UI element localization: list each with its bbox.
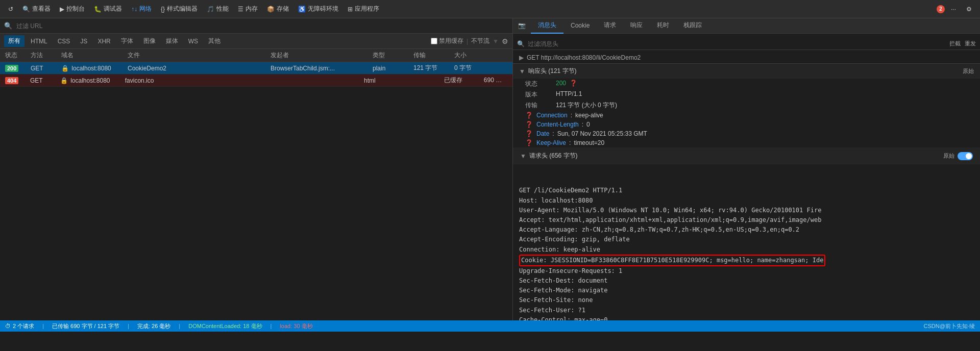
response-section-header[interactable]: ▼ 响应头 (121 字节) 原始 [513, 63, 980, 79]
filter-tab-image[interactable]: 图像 [139, 35, 160, 47]
left-panel: 🔍 所有 HTML CSS JS XHR 字体 图像 媒体 WS 其他 禁用缓存 [0, 18, 513, 320]
row1-transfer: 121 字节 [410, 64, 451, 72]
tab-stack-trace[interactable]: 栈跟踪 [676, 18, 709, 34]
filter-tab-media[interactable]: 媒体 [162, 35, 182, 47]
filter-tab-css[interactable]: CSS [54, 36, 75, 46]
detail-filter-input[interactable] [528, 40, 949, 47]
detail-tabs: 📷 消息头 Cookie 请求 响应 耗时 栈跟踪 [513, 18, 980, 34]
status-field: 状态 200 ❓ [513, 79, 980, 89]
console-icon: ▶ [60, 6, 64, 13]
col-header-file: 文件 [125, 51, 267, 60]
response-header-date: ❓ Date : Sun, 07 Nov 2021 05:25:33 GMT [513, 129, 980, 138]
column-headers: 状态 方法 域名 文件 发起者 类型 传输 大小 [0, 49, 512, 62]
filter-icon: 🔍 [4, 22, 12, 30]
row2-file: favicon.ico [122, 77, 261, 84]
request-url: GET http://localhost:8080/li/CookieDemo2 [527, 54, 641, 61]
network-list: 200 GET 🔒 localhost:8080 CookieDemo2 Bro… [0, 62, 512, 320]
response-header-content-length: ❓ Content-Length : 0 [513, 120, 980, 129]
request-summary[interactable]: ▶ GET http://localhost:8080/li/CookieDem… [513, 52, 980, 63]
row1-type: plain [370, 65, 410, 72]
status-requests: ⏱ 2 个请求 [5, 322, 34, 330]
response-raw-btn[interactable]: 原始 [963, 67, 974, 75]
filter-tab-ws[interactable]: WS [184, 36, 202, 46]
network-filter-bar: 🔍 [0, 18, 512, 34]
request-body: GET /li/CookieDemo2 HTTP/1.1Host: localh… [513, 164, 980, 320]
refresh-icon: ↺ [8, 6, 13, 13]
tab-request[interactable]: 请求 [597, 18, 623, 34]
row2-type: html [361, 77, 401, 84]
main-layout: 🔍 所有 HTML CSS JS XHR 字体 图像 媒体 WS 其他 禁用缓存 [0, 18, 980, 320]
network-settings-btn[interactable]: ⚙ [502, 37, 508, 45]
no-throttle-select[interactable]: 不节流 [471, 37, 489, 45]
tab-response[interactable]: 响应 [623, 18, 650, 34]
a11y-icon: ♿ [298, 6, 306, 13]
request-body-text: GET /li/CookieDemo2 HTTP/1.1Host: localh… [519, 186, 974, 320]
debugger-btn[interactable]: 🐛 调试器 [90, 3, 126, 15]
row1-size: 0 字节 [451, 64, 492, 72]
detail-filter-bar: 🔍 拦截 重发 [513, 38, 980, 50]
row1-method: GET [28, 65, 58, 72]
filter-tab-xhr[interactable]: XHR [93, 36, 114, 46]
table-row[interactable]: 200 GET 🔒 localhost:8080 CookieDemo2 Bro… [0, 62, 512, 74]
raw-toggle[interactable] [958, 152, 973, 160]
tab-timings[interactable]: 耗时 [650, 18, 676, 34]
console-btn[interactable]: ▶ 控制台 [56, 3, 89, 15]
tab-screenshot[interactable]: 📷 [513, 19, 531, 33]
performance-icon: 🎵 [207, 6, 214, 13]
tab-cookie[interactable]: Cookie [564, 19, 597, 33]
performance-btn[interactable]: 🎵 性能 [203, 3, 233, 15]
filter-tab-html[interactable]: HTML [27, 36, 52, 46]
filter-tab-all[interactable]: 所有 [4, 35, 24, 47]
filter-url-input[interactable] [16, 22, 508, 30]
row2-method: GET [27, 77, 57, 84]
request-raw-label: 原始 [943, 152, 954, 160]
status-load: load: 30 毫秒 [280, 322, 312, 330]
intercept-label: 拦截 [949, 40, 961, 47]
col-header-size: 大小 [451, 51, 492, 60]
elements-btn[interactable]: 🔍 查看器 [18, 3, 55, 15]
storage-icon: 📦 [267, 6, 275, 13]
debugger-icon: 🐛 [94, 6, 102, 13]
row2-domain: 🔒 localhost:8080 [57, 77, 122, 84]
memory-icon: ☰ [238, 6, 243, 13]
request-section-header[interactable]: ▼ 请求头 (656 字节) 原始 [513, 147, 980, 164]
more-btn[interactable]: ··· [947, 4, 960, 15]
style-editor-btn[interactable]: {} 样式编辑器 [157, 3, 202, 15]
response-section-title: 响应头 (121 字节) [528, 67, 577, 76]
row2-status: 404 [2, 77, 27, 84]
network-icon: ↑↓ [131, 6, 137, 13]
collapse-icon: ▶ [519, 54, 524, 61]
error-badge: 2 [937, 5, 945, 13]
circle-icon: ⏱ [5, 323, 11, 329]
table-row[interactable]: 404 GET 🔒 localhost:8080 favicon.ico htm… [0, 74, 512, 87]
col-header-status: 状态 [2, 51, 28, 60]
filter-tab-font[interactable]: 字体 [117, 35, 137, 47]
settings-btn[interactable]: ⚙ [962, 4, 976, 15]
filter-tab-other[interactable]: 其他 [204, 35, 225, 47]
disable-cache-checkbox[interactable] [431, 38, 437, 44]
network-btn[interactable]: ↑↓ 网络 [127, 3, 156, 15]
refresh-btn[interactable]: ↺ [4, 4, 17, 15]
memory-btn[interactable]: ☰ 内存 [234, 3, 262, 15]
lock-icon: 🔒 [60, 77, 68, 84]
lock-icon: 🔒 [61, 65, 69, 72]
tab-headers[interactable]: 消息头 [531, 18, 564, 34]
resend-label: 重发 [965, 40, 976, 47]
watermark: CSDN@前卜先知·绫 [924, 322, 975, 330]
row2-size: 已缓存 [441, 76, 481, 85]
filter-tab-js[interactable]: JS [76, 36, 91, 46]
status-domcontent: DOMContentLoaded: 18 毫秒 [188, 322, 262, 330]
detail-content: 🔍 拦截 重发 ▶ GET http://localhost:8080/li/C… [513, 34, 980, 320]
disable-cache-label: 禁用缓存 [431, 37, 463, 45]
detail-filter-icon: 🔍 [517, 40, 525, 47]
a11y-btn[interactable]: ♿ 无障碍环境 [294, 3, 342, 15]
top-toolbar: ↺ 🔍 查看器 ▶ 控制台 🐛 调试器 ↑↓ 网络 {} 样式编辑器 🎵 性能 … [0, 0, 980, 18]
app-btn[interactable]: ⊞ 应用程序 [344, 3, 383, 15]
settings-icon: ⚙ [966, 6, 972, 13]
status-transferred: 已传输 690 字节 / 121 字节 [52, 322, 119, 330]
storage-btn[interactable]: 📦 存储 [263, 3, 293, 15]
col-header-type: 类型 [370, 51, 410, 60]
col-header-method: 方法 [28, 51, 58, 60]
cookie-highlight: Cookie: JSESSIONID=BF33860C8FF8E71B7510E… [519, 255, 825, 266]
row1-file: CookieDemo2 [125, 65, 267, 72]
